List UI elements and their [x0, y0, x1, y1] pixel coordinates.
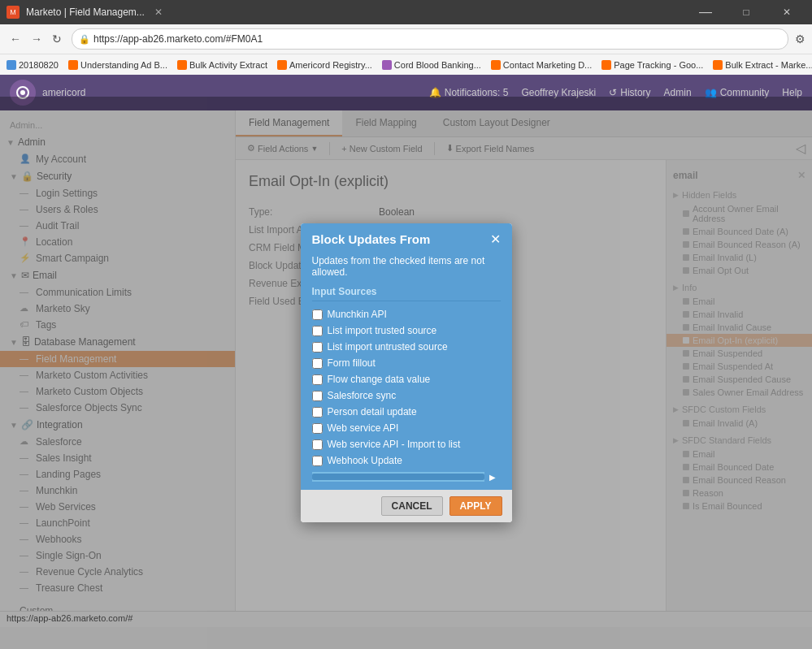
bookmark-6[interactable]: Page Tracking - Goo...	[601, 60, 703, 70]
browser-tab-title[interactable]: Marketo | Field Managem...	[26, 6, 145, 18]
checkbox-web-service-api[interactable]: Web service API	[312, 420, 501, 436]
title-bar: M Marketo | Field Managem... ✕ — □ ✕	[0, 0, 812, 24]
bookmark-5[interactable]: Contact Marketing D...	[491, 60, 592, 70]
cancel-button[interactable]: CANCEL	[381, 496, 443, 516]
modal-scrollable[interactable]: Input Sources Munchkin API List import t…	[312, 286, 501, 469]
bookmark-1[interactable]: Understanding Ad B...	[68, 60, 167, 70]
modal-description: Updates from the checked items are not a…	[312, 255, 501, 278]
secure-icon: 🔒	[79, 34, 90, 45]
browser-window: M Marketo | Field Managem... ✕ — □ ✕ ← →…	[0, 0, 812, 75]
checkbox-label: Web service API	[328, 422, 399, 434]
checkbox-label: Webhook Update	[328, 455, 403, 466]
window-controls: — □ ✕	[687, 0, 805, 24]
checkbox-input[interactable]	[312, 374, 323, 385]
checkbox-web-service-api-import[interactable]: Web service API - Import to list	[312, 436, 501, 452]
svg-point-1	[20, 90, 25, 95]
checkbox-label: List import trusted source	[328, 325, 437, 336]
checkbox-label: Salesforce sync	[328, 390, 397, 401]
checkbox-input[interactable]	[312, 456, 323, 466]
checkbox-munchkin-api[interactable]: Munchkin API	[312, 306, 501, 322]
checkbox-webhook-update[interactable]: Webhook Update	[312, 452, 501, 469]
search-icon[interactable]: ⚙	[795, 32, 805, 45]
bookmark-icon-6	[601, 60, 611, 70]
bookmark-0[interactable]: 20180820	[7, 60, 59, 70]
back-button[interactable]: ←	[7, 31, 24, 47]
horizontal-scrollbar[interactable]: ▶	[312, 472, 501, 482]
checkbox-person-detail-update[interactable]: Person detail update	[312, 404, 501, 420]
block-updates-modal: Block Updates From ✕ Updates from the ch…	[301, 223, 512, 522]
apply-button[interactable]: APPLY	[449, 496, 502, 516]
modal-close-button[interactable]: ✕	[490, 231, 501, 247]
bookmark-icon-5	[491, 60, 501, 70]
modal-header: Block Updates From ✕	[301, 223, 512, 255]
checkbox-label: Web service API - Import to list	[328, 439, 461, 450]
bookmark-icon-4	[382, 60, 392, 70]
checkbox-label: Person detail update	[328, 406, 417, 418]
modal-body: Updates from the checked items are not a…	[301, 255, 512, 490]
address-bar[interactable]: 🔒 https://app-ab26.marketo.com/#FM0A1	[72, 28, 788, 50]
checkbox-input[interactable]	[312, 342, 323, 353]
checkbox-label: Form fillout	[328, 357, 376, 369]
refresh-button[interactable]: ↻	[49, 31, 65, 47]
scroll-right-button[interactable]: ▶	[484, 472, 501, 482]
modal-overlay: Block Updates From ✕ Updates from the ch…	[0, 97, 812, 649]
checkbox-flow-change-data[interactable]: Flow change data value	[312, 371, 501, 387]
address-bar-row: ← → ↻ 🔒 https://app-ab26.marketo.com/#FM…	[0, 24, 812, 54]
checkbox-input[interactable]	[312, 407, 323, 418]
bookmark-icon-1	[68, 60, 78, 70]
checkbox-input[interactable]	[312, 358, 323, 369]
url-text[interactable]: https://app-ab26.marketo.com/#FM0A1	[93, 33, 781, 45]
modal-title: Block Updates From	[312, 232, 431, 246]
bookmark-7[interactable]: Bulk Extract - Marke...	[713, 60, 812, 70]
app-favicon: M	[7, 6, 20, 19]
bookmark-icon-2	[177, 60, 187, 70]
bookmark-icon-7	[713, 60, 723, 70]
checkbox-input[interactable]	[312, 423, 323, 434]
close-button[interactable]: ✕	[768, 0, 805, 24]
checkbox-list-import-untrusted[interactable]: List import untrusted source	[312, 339, 501, 355]
checkbox-form-fillout[interactable]: Form fillout	[312, 355, 501, 371]
bookmark-3[interactable]: Americord Registry...	[277, 60, 372, 70]
maximize-button[interactable]: □	[727, 0, 765, 24]
nav-buttons: ← → ↻	[7, 31, 65, 47]
checkbox-label: Flow change data value	[328, 374, 431, 385]
checkbox-input[interactable]	[312, 391, 323, 401]
title-bar-left: M Marketo | Field Managem... ✕	[7, 6, 163, 19]
checkbox-list-import-trusted[interactable]: List import trusted source	[312, 322, 501, 339]
forward-button[interactable]: →	[28, 31, 46, 47]
modal-section-title: Input Sources	[312, 286, 501, 301]
bookmark-icon-0	[7, 60, 16, 70]
checkbox-input[interactable]	[312, 326, 323, 336]
checkbox-salesforce-sync[interactable]: Salesforce sync	[312, 387, 501, 404]
bookmarks-bar: 20180820 Understanding Ad B... Bulk Acti…	[0, 54, 812, 75]
tab-close-icon[interactable]: ✕	[154, 6, 163, 18]
checkbox-input[interactable]	[312, 309, 323, 320]
checkbox-label: List import untrusted source	[328, 341, 448, 353]
checkbox-input[interactable]	[312, 439, 323, 450]
bookmark-icon-3	[277, 60, 287, 70]
checkbox-label: Munchkin API	[328, 309, 387, 320]
bookmark-4[interactable]: Cord Blood Banking...	[382, 60, 481, 70]
minimize-button[interactable]: —	[687, 0, 724, 24]
bookmark-2[interactable]: Bulk Activity Extract	[177, 60, 267, 70]
modal-footer: CANCEL APPLY	[301, 490, 512, 522]
